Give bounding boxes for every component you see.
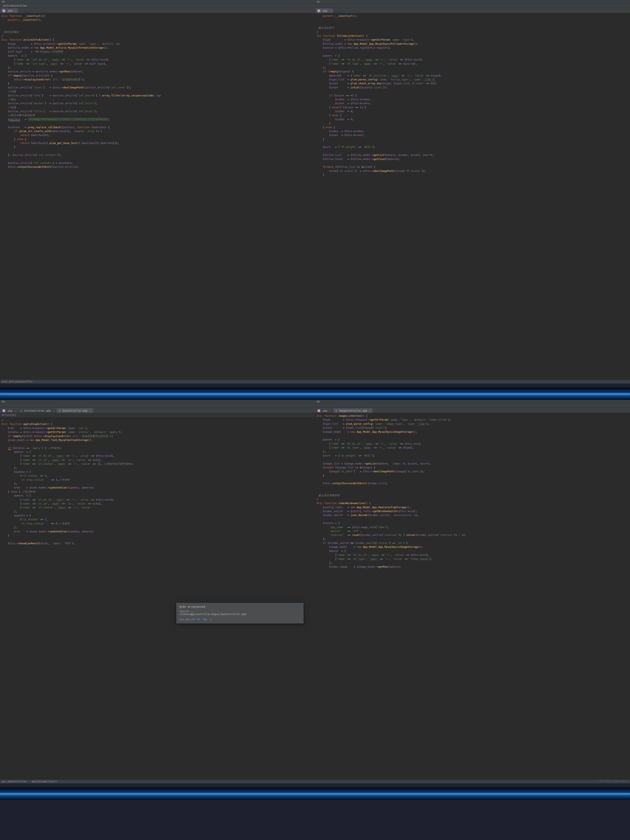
tabbar-1: .php× [0,8,315,13]
chevron-right-icon: › [28,780,30,783]
editor-pane-4: H) .php×ImageController.php× blic functi… [315,400,630,783]
close-icon[interactable]: × [14,409,16,412]
ctrl-file-icon [58,409,61,412]
tab-php-2[interactable]: .php× [316,8,333,13]
status-method[interactable]: applyStopAction() [32,780,57,783]
status-bar-1: plet_ActiveController [0,380,315,384]
tab-php-1[interactable]: .php× [1,8,18,13]
top-menu-hint-2: H) [315,0,630,4]
wave-divider-2 [0,788,630,800]
tabbar-2: .php× [315,8,630,13]
breadcrumb-2[interactable] [315,4,630,8]
code-editor-1[interactable]: blic function __construct(){ parent::__c… [0,13,315,380]
status-bar-4 [315,780,630,783]
doc-comment-3: 帐户任务状态 [0,413,315,417]
tab-ImageController-php[interactable]: ImageController.php× [333,408,373,413]
hint-external-link[interactable]: www.php.net 的 'ids' » [180,618,212,621]
close-icon[interactable]: × [14,9,16,12]
code-editor-2[interactable]: parent::__construct(); 输出关注用户 / lic func… [315,13,630,380]
status-class[interactable]: pui_SeoController [2,780,27,783]
tab--php[interactable]: .php× [316,408,333,413]
php-file-icon [2,409,5,412]
wave-divider-1 [0,388,630,400]
tab-SeoController-php[interactable]: SeoController.php× [57,408,93,413]
status-bar-2 [315,380,630,384]
editor-pane-3: H) .php×InitController.php×SeoController… [0,400,315,783]
tab--php[interactable]: .php× [1,408,18,413]
close-icon[interactable]: × [90,409,91,412]
top-menu-hint-4: H) [315,400,630,404]
code-editor-3[interactable]: / blic function applyStopAction() { $ids… [0,417,315,780]
hint-title: $ids array|mixed [180,605,300,608]
close-icon[interactable]: × [330,9,331,12]
breadcrumb-4[interactable] [315,404,630,408]
code-editor-4[interactable]: blic function imageListAction() { $type … [315,413,630,780]
top-menu-hint: H) [0,0,315,4]
editor-pane-1: H) _ActiveController .php× blic function… [0,0,315,384]
status-bar-3: pui_SeoController › applyStopAction() [0,780,315,783]
ctrl-file-icon [20,409,23,412]
tab-InitController-php[interactable]: InitController.php× [19,408,57,413]
csdn-watermark: CSDN 听取人生经验—m0985… [598,780,628,783]
breadcrumb-1[interactable]: _ActiveController [0,4,315,8]
quick-doc-popup[interactable]: $ids array|mixed Source: … /sites/app/co… [176,603,303,624]
php-file-icon [317,409,321,412]
ctrl-file-icon [335,409,338,412]
top-menu-hint-3: H) [0,400,315,404]
close-icon[interactable]: × [369,409,371,412]
hint-source-label: Source: [180,610,190,613]
close-icon[interactable]: × [53,409,54,412]
editor-pane-2: H) .php× parent::__construct(); 输出关注用户 /… [315,0,630,384]
tabbar-3: .php×InitController.php×SeoController.ph… [0,408,315,413]
tabbar-4: .php×ImageController.php× [315,408,630,413]
breadcrumb-3[interactable] [0,404,315,408]
close-icon[interactable]: × [330,409,331,412]
hint-more-icon[interactable]: ⋮ [299,619,301,622]
php-file-icon [2,9,5,12]
php-file-icon [317,9,321,12]
